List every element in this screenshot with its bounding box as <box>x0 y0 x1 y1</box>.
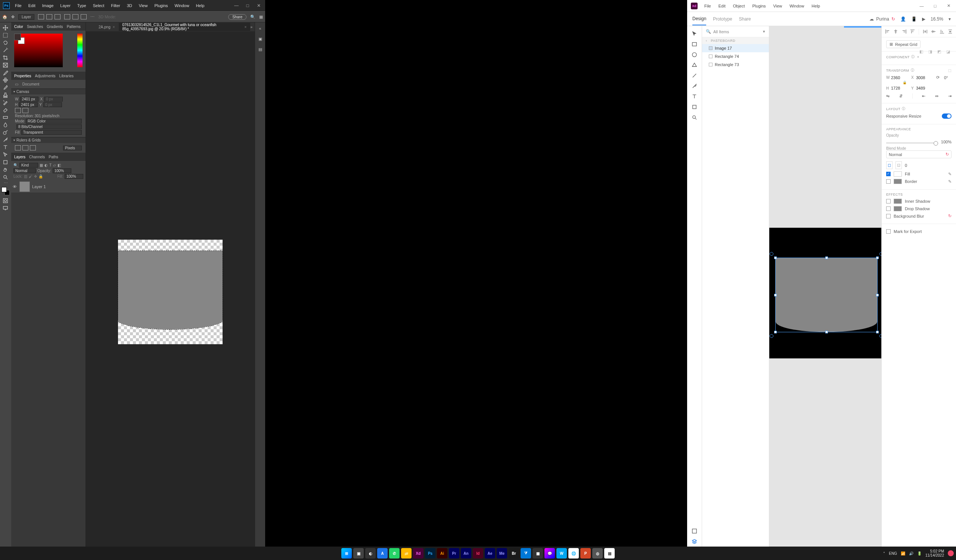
filter-img-icon[interactable]: ▦ <box>39 163 43 167</box>
ps-quickmask-icon[interactable] <box>0 197 11 204</box>
ps-bits-dropdown[interactable]: 8 Bits/Channel <box>16 124 82 129</box>
ps-doc-tab-2[interactable]: 07613032814526_C1L1_Gourmet with tuna or… <box>119 23 251 31</box>
ps-eraser-tool-icon[interactable] <box>0 106 11 113</box>
xd-height-field[interactable] <box>891 86 907 90</box>
visibility-icon[interactable]: 👁 <box>13 184 17 189</box>
align-resize-left-icon[interactable]: ⇤ <box>922 94 925 99</box>
corner-each-icon[interactable]: ⊡ <box>896 161 902 169</box>
ps-share-button[interactable]: Share <box>228 14 247 20</box>
chevron-down-icon[interactable]: ▾ <box>763 29 765 34</box>
ps-menu-select[interactable]: Select <box>90 3 108 9</box>
xd-select-tool-icon[interactable] <box>689 28 700 39</box>
xd-opacity-value[interactable]: 100% <box>941 140 951 144</box>
expand-dock-icon[interactable]: « <box>256 24 265 33</box>
info-icon[interactable]: ⓘ <box>902 107 906 111</box>
explorer-icon[interactable]: 📁 <box>401 548 412 558</box>
info-icon[interactable]: ⓘ <box>911 68 915 73</box>
xd-menu-help[interactable]: Help <box>808 2 824 10</box>
profile-icon[interactable]: 👤 <box>900 16 906 22</box>
ps-frame-tool-icon[interactable] <box>0 61 11 69</box>
ps-filter-kind[interactable]: Kind <box>19 163 38 168</box>
wifi-icon[interactable]: 📶 <box>901 551 905 555</box>
flip-v-icon[interactable]: ⇵ <box>899 94 903 99</box>
device-preview-icon[interactable]: 📱 <box>911 16 917 22</box>
ps-shape-tool-icon[interactable] <box>0 158 11 166</box>
xd-border-swatch[interactable] <box>894 179 902 184</box>
ps-tab-gradients[interactable]: Gradients <box>47 25 63 29</box>
search-icon[interactable]: 🔍 <box>706 29 711 34</box>
resize-handle-icon[interactable] <box>825 256 828 259</box>
powerpoint-icon[interactable]: P <box>580 548 591 558</box>
transform-3d-icon[interactable]: ⬚ <box>948 69 952 72</box>
xd-ellipse-tool-icon[interactable] <box>689 49 700 60</box>
ps-wand-tool-icon[interactable] <box>0 46 11 54</box>
ps-canvas-y[interactable]: 0 px <box>43 102 62 107</box>
xd-drop-shadow-check[interactable] <box>886 207 891 211</box>
close-tab-icon[interactable]: × <box>245 25 247 29</box>
lock-transparent-icon[interactable]: ▥ <box>24 174 27 179</box>
bool-add-icon[interactable]: ◧ <box>918 48 925 55</box>
add-component-icon[interactable]: ＋ <box>917 55 920 60</box>
ps-fg-bg-swatch[interactable] <box>2 187 10 195</box>
xd-inner-shadow-check[interactable] <box>886 199 891 204</box>
adobe-app-icon[interactable]: A <box>377 548 388 558</box>
ps-opacity-field[interactable]: 100% <box>53 168 71 173</box>
notifications-icon[interactable] <box>948 550 954 556</box>
ps-heal-tool-icon[interactable] <box>0 76 11 84</box>
ps-blend-dropdown[interactable]: Normal <box>13 168 36 173</box>
xd-line-tool-icon[interactable] <box>689 70 700 81</box>
align-bottom-icon[interactable] <box>940 29 944 34</box>
xd-minimize-icon[interactable]: — <box>915 2 928 11</box>
rotate-handle-icon[interactable] <box>770 334 774 338</box>
ps-tab-adjustments[interactable]: Adjustments <box>35 74 56 78</box>
ps-rulers-header[interactable]: Rulers & Grids <box>11 137 85 143</box>
corner-all-icon[interactable]: ◻ <box>886 161 893 169</box>
rotate-handle-icon[interactable] <box>770 252 774 256</box>
filter-smart-icon[interactable]: ◧ <box>58 163 61 167</box>
ps-menu-3d[interactable]: 3D <box>124 3 135 9</box>
ps-align-middle-icon[interactable] <box>72 14 79 19</box>
xd-menu-window[interactable]: Window <box>786 2 808 10</box>
resize-handle-icon[interactable] <box>876 256 879 259</box>
xd-menu-file[interactable]: File <box>701 2 715 10</box>
pr-taskbar-icon[interactable]: Pr <box>449 548 459 558</box>
vscode-icon[interactable]: ⧩ <box>520 548 531 558</box>
xd-fill-check[interactable] <box>886 172 891 176</box>
ps-history-brush-icon[interactable] <box>0 99 11 106</box>
resize-handle-icon[interactable] <box>825 331 828 333</box>
app-icon[interactable]: ◎ <box>592 548 603 558</box>
ps-minimize-icon[interactable]: — <box>231 2 242 9</box>
ps-tab-paths[interactable]: Paths <box>49 155 58 159</box>
whatsapp-icon[interactable]: ✆ <box>389 548 399 558</box>
xd-layers-icon[interactable] <box>689 536 700 547</box>
resize-handle-icon[interactable] <box>876 331 879 333</box>
ps-workspace-icon[interactable]: ▦ <box>259 14 263 19</box>
word-icon[interactable]: W <box>557 548 567 558</box>
xd-pen-tool-icon[interactable] <box>689 81 700 91</box>
ps-hue-strip[interactable] <box>77 34 83 67</box>
lock-paint-icon[interactable]: 🖌 <box>29 174 33 179</box>
app-icon[interactable]: ▤ <box>604 548 615 558</box>
align-resize-right-icon[interactable]: ⇥ <box>948 94 951 99</box>
reset-icon[interactable]: ↻ <box>948 213 951 218</box>
ps-menu-layer[interactable]: Layer <box>57 3 74 9</box>
ps-pen-tool-icon[interactable] <box>0 136 11 143</box>
bool-exclude-icon[interactable]: ◪ <box>945 48 951 55</box>
distribute-v-icon[interactable] <box>948 29 953 34</box>
bool-intersect-icon[interactable]: ◩ <box>936 48 943 55</box>
an-taskbar-icon[interactable]: An <box>461 548 471 558</box>
ps-align-right-icon[interactable] <box>55 14 60 19</box>
align-left-icon[interactable] <box>885 29 890 34</box>
ps-tab-layers[interactable]: Layers <box>14 155 25 159</box>
ps-dodge-tool-icon[interactable] <box>0 129 11 136</box>
ps-brush-tool-icon[interactable] <box>0 84 11 91</box>
ps-menu-edit[interactable]: Edit <box>25 3 38 9</box>
xd-border-check[interactable] <box>886 179 891 184</box>
ps-units-dropdown[interactable]: Pixels <box>63 146 82 151</box>
ps-more-icon[interactable]: ⋯ <box>90 14 94 19</box>
ps-canvas-area[interactable] <box>86 31 255 552</box>
ps-move-tool-icon[interactable]: ✥ <box>11 14 14 19</box>
ps-move-tool-icon[interactable] <box>0 24 11 31</box>
xd-layer-image17[interactable]: Image 17 <box>702 44 769 52</box>
orientation-landscape-icon[interactable] <box>22 108 28 113</box>
